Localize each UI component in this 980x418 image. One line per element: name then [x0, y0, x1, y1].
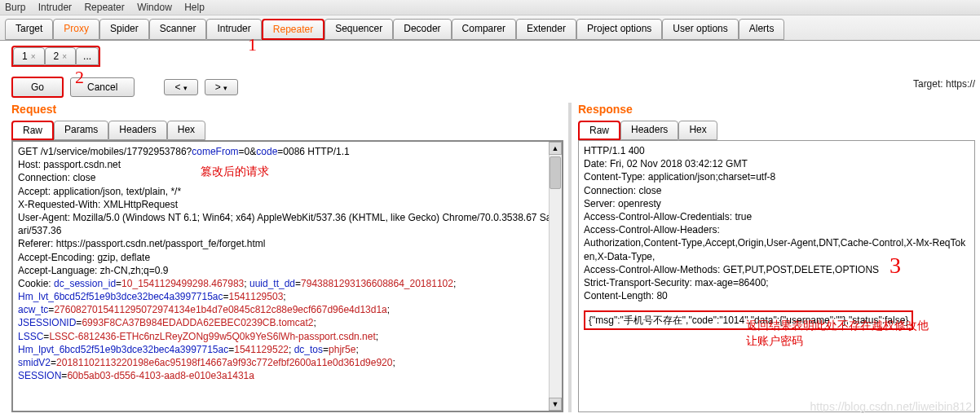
menu-bar: Burp Intruder Repeater Window Help	[0, 0, 980, 15]
response-panel: Response Raw Headers Hex HTTP/1.1 400 Da…	[568, 103, 980, 412]
controls-row: Go Cancel < ▾ > ▾ 2 Target: https://	[0, 72, 980, 103]
prev-button[interactable]: < ▾	[164, 79, 197, 95]
close-icon[interactable]: ×	[62, 52, 67, 61]
tab-sequencer[interactable]: Sequencer	[324, 19, 393, 40]
response-note: 返回结果表明此处不存在越权修改他让账户密码	[746, 319, 934, 350]
response-body[interactable]: HTTP/1.1 400 Date: Fri, 02 Nov 2018 03:4…	[578, 140, 975, 412]
request-title: Request	[11, 103, 563, 116]
repeater-subtabs: 1× 2× ... 1	[0, 41, 980, 72]
request-body[interactable]: GET /v1/service/mobiles/17792953786?come…	[11, 140, 563, 412]
resp-tab-hex[interactable]: Hex	[678, 121, 717, 140]
rep-tab-1[interactable]: 1×	[13, 47, 45, 65]
request-panel: Request Raw Params Headers Hex GET /v1/s…	[0, 103, 568, 412]
annotation-3: 3	[890, 250, 901, 281]
tab-scanner[interactable]: Scanner	[149, 19, 207, 40]
req-tab-headers[interactable]: Headers	[108, 121, 166, 140]
rep-tab-new[interactable]: ...	[76, 47, 99, 65]
tab-spider[interactable]: Spider	[99, 19, 149, 40]
response-title: Response	[578, 103, 975, 116]
req-tab-raw[interactable]: Raw	[11, 121, 54, 140]
tab-alerts[interactable]: Alerts	[739, 19, 785, 40]
tab-user-options[interactable]: User options	[662, 19, 738, 40]
tab-comparer[interactable]: Comparer	[452, 19, 516, 40]
resp-tab-raw[interactable]: Raw	[578, 121, 620, 140]
menu-window[interactable]: Window	[137, 2, 172, 13]
menu-repeater[interactable]: Repeater	[84, 2, 124, 13]
target-label: Target: https://	[913, 78, 975, 90]
req-tab-params[interactable]: Params	[54, 121, 108, 140]
req-tab-hex[interactable]: Hex	[167, 121, 205, 140]
menu-burp[interactable]: Burp	[5, 2, 25, 13]
tab-target[interactable]: Target	[5, 19, 53, 40]
scrollbar[interactable]: ▲ ▼	[549, 142, 562, 411]
main-tab-bar: Target Proxy Spider Scanner Intruder Rep…	[0, 15, 980, 41]
request-note: 篡改后的请求	[201, 165, 269, 180]
scroll-up-icon[interactable]: ▲	[549, 142, 562, 155]
tab-decoder[interactable]: Decoder	[393, 19, 451, 40]
rep-tab-2[interactable]: 2×	[45, 47, 77, 65]
tab-extender[interactable]: Extender	[516, 19, 576, 40]
watermark: https://blog.csdn.net/liweibin812	[810, 400, 972, 413]
scroll-down-icon[interactable]: ▼	[549, 398, 562, 411]
tab-repeater[interactable]: Repeater	[262, 19, 324, 40]
resp-tab-headers[interactable]: Headers	[620, 121, 678, 140]
scroll-thumb[interactable]	[550, 156, 561, 189]
next-button[interactable]: > ▾	[205, 79, 238, 95]
annotation-2: 2	[75, 67, 84, 88]
go-button[interactable]: Go	[11, 77, 64, 98]
menu-intruder[interactable]: Intruder	[38, 2, 72, 13]
tab-project-options[interactable]: Project options	[576, 19, 662, 40]
menu-help[interactable]: Help	[184, 2, 205, 13]
close-icon[interactable]: ×	[31, 52, 36, 61]
tab-proxy[interactable]: Proxy	[53, 19, 99, 40]
annotation-1: 1	[248, 34, 257, 55]
